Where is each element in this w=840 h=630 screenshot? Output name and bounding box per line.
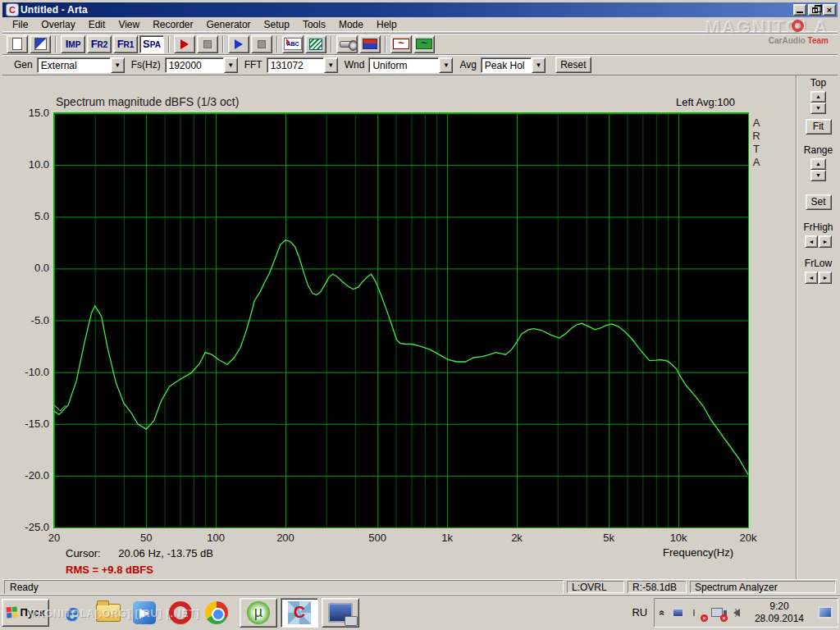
menu-generator[interactable]: Generator	[200, 17, 258, 32]
record-stop-button[interactable]	[197, 35, 218, 53]
combo-arrow-icon[interactable]: ▼	[439, 57, 453, 73]
record-start-button[interactable]	[174, 35, 195, 53]
fit-button[interactable]: Fit	[806, 119, 832, 135]
cursor-value: 20.06 Hz, -13.75 dB	[118, 547, 213, 559]
toolbar-separator	[331, 36, 332, 52]
toolbar-separator	[222, 36, 224, 52]
x-tick-label: 20k	[724, 532, 773, 544]
menu-edit[interactable]: Edit	[82, 17, 112, 32]
imp-mode-button[interactable]: IMP	[61, 35, 85, 53]
y-tick-label: 15.0	[16, 107, 49, 119]
utorrent-taskbar-button[interactable]: µ	[240, 598, 277, 628]
toolbar-separator	[55, 36, 57, 52]
fft-select-value: 131072	[267, 57, 324, 73]
overlay-icon[interactable]	[30, 35, 51, 53]
top-down-button[interactable]: ▼	[810, 103, 826, 114]
show-desktop-icon[interactable]	[818, 606, 833, 619]
combo-arrow-icon[interactable]: ▼	[324, 57, 338, 73]
menu-mode[interactable]: Mode	[332, 17, 370, 32]
scope-view-button-glyph: ~	[393, 39, 409, 49]
combo-arrow-icon[interactable]: ▼	[224, 57, 238, 73]
rms-label: RMS =	[66, 564, 98, 576]
avg-select-label: Avg	[459, 59, 476, 71]
range-label: Range	[797, 144, 840, 156]
generator-view-button[interactable]: ~	[413, 35, 435, 53]
toolbar-separator	[168, 36, 170, 52]
security-alert-tray-icon[interactable]: ×	[691, 606, 705, 619]
media-player-icon[interactable]: ▶	[129, 597, 160, 628]
gen-select-value: External	[37, 57, 111, 73]
spectrum-view-icon[interactable]	[359, 35, 381, 53]
wnd-select-label: Wnd	[345, 59, 365, 71]
spectrum-plot[interactable]	[53, 112, 749, 528]
marker-abc-icon[interactable]: ABC	[282, 35, 304, 53]
app-icon: C	[7, 4, 18, 16]
menu-tools[interactable]: Tools	[296, 17, 332, 32]
menu-setup[interactable]: Setup	[258, 17, 296, 32]
volume-tray-icon[interactable]	[730, 606, 744, 619]
set-button[interactable]: Set	[806, 194, 832, 210]
file-explorer-icon[interactable]	[93, 597, 124, 628]
new-file-icon[interactable]	[7, 35, 28, 53]
frlow-right-button[interactable]: ►	[819, 272, 832, 284]
close-button[interactable]: ×	[823, 4, 836, 16]
desktop: C Untitled - Arta × FileOverlayEditViewR…	[0, 0, 840, 630]
menu-view[interactable]: View	[112, 17, 146, 32]
combo-arrow-icon[interactable]: ▼	[532, 57, 546, 73]
screenshot-taskbar-button[interactable]	[322, 598, 359, 628]
stop-icon	[203, 40, 212, 48]
network-disconnected-tray-icon[interactable]: ×	[710, 606, 724, 619]
abc-cursor-icon: ABC	[284, 38, 302, 50]
internet-explorer-icon[interactable]: e	[57, 597, 88, 628]
fr1-mode-button[interactable]: FR1	[113, 35, 138, 53]
menu-overlay[interactable]: Overlay	[34, 17, 81, 32]
x-tick-label: 500	[353, 532, 402, 544]
avg-select[interactable]: Peak Hol▼	[481, 57, 546, 73]
top-up-button[interactable]: ▲	[810, 91, 826, 103]
wnd-select[interactable]: Uniform▼	[368, 57, 453, 73]
scale-graph-icon[interactable]	[305, 35, 326, 53]
play-icon	[235, 39, 243, 49]
x-tick-label: 1k	[422, 532, 472, 544]
system-tray: RU « × × 9:20 28.09.2014	[625, 598, 838, 628]
opera-icon[interactable]	[165, 597, 196, 628]
menu-file[interactable]: File	[6, 17, 34, 32]
scope-view-button[interactable]: ~	[390, 35, 412, 53]
spa-mode-button[interactable]: SPA	[139, 35, 164, 53]
gen-select[interactable]: External▼	[37, 57, 125, 73]
frhigh-right-button[interactable]: ►	[819, 235, 832, 248]
combo-arrow-icon[interactable]: ▼	[111, 57, 125, 73]
range-up-button[interactable]: ▲	[810, 158, 826, 170]
fs-select[interactable]: 192000▼	[165, 57, 238, 73]
reset-button[interactable]: Reset	[555, 57, 591, 73]
arta-taskbar-button[interactable]: C	[281, 598, 318, 628]
minimize-button[interactable]	[793, 4, 806, 16]
window-title: Untitled - Arta	[21, 4, 88, 16]
language-indicator[interactable]: RU	[625, 606, 654, 619]
start-button[interactable]: Пуск	[2, 599, 49, 627]
fft-select[interactable]: 131072▼	[267, 57, 338, 73]
chrome-icon[interactable]	[201, 597, 232, 628]
title-bar[interactable]: C Untitled - Arta ×	[2, 2, 838, 17]
frlow-left-button[interactable]: ◄	[805, 272, 818, 284]
menu-recorder[interactable]: Recorder	[146, 17, 199, 32]
calibrate-mic-icon[interactable]	[336, 35, 358, 53]
frhigh-left-button[interactable]: ◄	[805, 235, 818, 248]
status-left-level: L:OVRL	[567, 581, 624, 593]
clock[interactable]: 9:20 28.09.2014	[750, 600, 809, 625]
fr2-mode-button-label: FR2	[91, 38, 108, 50]
rms-value: +9.8 dBFS	[102, 564, 153, 576]
tray-chevron-icon[interactable]: «	[657, 609, 669, 615]
menu-bar: FileOverlayEditViewRecorderGeneratorSetu…	[2, 17, 838, 32]
status-mode: Spectrum Analyzer	[690, 581, 836, 593]
restore-button[interactable]	[808, 4, 821, 16]
display-tray-icon[interactable]	[671, 606, 685, 619]
menu-help[interactable]: Help	[370, 17, 404, 32]
range-down-button[interactable]: ▼	[810, 170, 826, 181]
up-arrow-icon: ▲	[815, 94, 821, 99]
chrome-glyph	[205, 601, 228, 624]
down-arrow-icon: ▼	[815, 105, 821, 111]
play-start-button[interactable]	[228, 35, 249, 53]
play-stop-button[interactable]	[251, 35, 272, 53]
fr2-mode-button[interactable]: FR2	[87, 35, 112, 53]
